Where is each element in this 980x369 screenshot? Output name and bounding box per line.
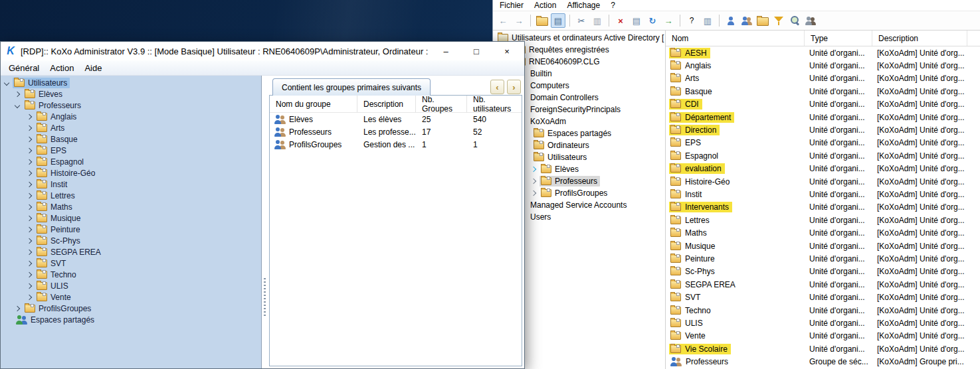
koxo-table-column-header[interactable]: Nom du groupe (270, 96, 357, 112)
expand-chevron-icon[interactable] (15, 305, 20, 311)
expand-chevron-icon[interactable] (15, 102, 20, 108)
back-icon[interactable]: ← (496, 13, 510, 28)
ad-list-row[interactable]: Techno Unité d'organi... [KoXoAdm] Unité… (666, 304, 980, 317)
filter-icon[interactable] (771, 13, 786, 28)
koxo-tree-item-profilsgroupes[interactable]: ProfilsGroupes (1, 303, 261, 314)
koxo-tree-item-basque[interactable]: Basque (1, 133, 261, 145)
expand-chevron-icon[interactable] (27, 170, 32, 175)
new-ou-icon[interactable] (755, 13, 770, 28)
expand-chevron-icon[interactable] (27, 294, 32, 299)
ad-list-column-header[interactable]: Nom (666, 31, 805, 46)
tab-groupes-primaires[interactable]: Contient les groupes primaires suivants (272, 78, 431, 96)
tab-prev-button[interactable]: ‹ (490, 80, 504, 94)
koxo-tree-item-vente[interactable]: Vente (1, 291, 261, 303)
console-window-icon[interactable]: ▥ (700, 13, 715, 28)
ad-list-row[interactable]: Intervenants Unité d'organi... [KoXoAdm]… (666, 201, 980, 214)
ad-list-row[interactable]: Lettres Unité d'organi... [KoXoAdm] Unit… (666, 214, 980, 226)
expand-chevron-icon[interactable] (15, 91, 20, 96)
koxo-tree-item-musique[interactable]: Musique (1, 212, 261, 224)
ad-list-row[interactable]: Sc-Phys Unité d'organi... [KoXoAdm] Unit… (666, 265, 980, 278)
koxo-tree-item-ulis[interactable]: ULIS (1, 280, 261, 291)
close-button[interactable]: × (494, 46, 520, 56)
koxo-table-row[interactable]: Professeurs Les professe... 17 52 (270, 125, 522, 138)
koxo-tree-item-peinture[interactable]: Peinture (1, 224, 261, 235)
expand-chevron-icon[interactable] (27, 147, 32, 153)
up-one-level-icon[interactable] (535, 13, 549, 28)
koxo-menu-item[interactable]: Général (3, 63, 45, 73)
koxo-tree-item-histoire-geo[interactable]: Histoire-Géo (1, 167, 261, 179)
koxo-tree-item-maths[interactable]: Maths (1, 201, 261, 212)
properties-icon[interactable]: ▤ (629, 13, 644, 28)
expand-chevron-icon[interactable] (27, 204, 32, 209)
ad-list-row[interactable]: Musique Unité d'organi... [KoXoAdm] Unit… (666, 240, 980, 252)
ad-list-row[interactable]: evaluation Unité d'organi... [KoXoAdm] U… (666, 163, 980, 175)
ad-list-row[interactable]: Histoire-Géo Unité d'organi... [KoXoAdm]… (666, 175, 980, 188)
koxo-table-column-header[interactable]: Nb. Groupes (416, 96, 467, 112)
expand-chevron-icon[interactable] (27, 238, 32, 243)
paste-icon[interactable]: ▥ (590, 13, 605, 28)
koxo-tree-item-segpa-erea[interactable]: SEGPA EREA (1, 246, 261, 258)
help-icon[interactable]: ? (684, 13, 699, 28)
expand-chevron-icon[interactable] (27, 113, 32, 119)
expand-chevron-icon[interactable] (27, 271, 32, 277)
koxo-tree-item-lettres[interactable]: Lettres (1, 190, 261, 201)
toolbar-separator[interactable] (719, 15, 720, 27)
koxo-tree-item-professeurs[interactable]: Professeurs (1, 100, 261, 111)
find-icon[interactable] (787, 13, 802, 28)
ad-menu-item[interactable]: ? (605, 1, 621, 10)
tab-next-button[interactable]: › (507, 80, 521, 94)
toolbar-separator[interactable] (530, 15, 531, 27)
koxo-tree-item-svt[interactable]: SVT (1, 258, 261, 269)
ad-list-column-header[interactable]: Type (805, 31, 872, 46)
ad-list-row[interactable]: Maths Unité d'organi... [KoXoAdm] Unité … (666, 226, 980, 239)
expand-chevron-icon[interactable] (27, 249, 32, 254)
ad-list-row[interactable]: Département Unité d'organi... [KoXoAdm] … (666, 111, 980, 123)
ad-list-row[interactable]: SVT Unité d'organi... [KoXoAdm] Unité d'… (666, 291, 980, 303)
ad-menu-item[interactable]: Affichage (561, 1, 605, 10)
maximize-button[interactable]: □ (463, 46, 490, 56)
ad-list-row[interactable]: Anglais Unité d'organi... [KoXoAdm] Unit… (666, 59, 980, 72)
toolbar-separator[interactable] (569, 15, 570, 27)
koxo-tree-item-espaces-partages[interactable]: Espaces partagés (1, 314, 261, 325)
expand-chevron-icon[interactable] (27, 181, 32, 186)
koxo-tree-item-anglais[interactable]: Anglais (1, 111, 261, 122)
expand-chevron-icon[interactable] (27, 283, 32, 288)
ad-list-row[interactable]: Direction Unité d'organi... [KoXoAdm] Un… (666, 123, 980, 136)
koxo-tree-item-instit[interactable]: Instit (1, 179, 261, 190)
expand-chevron-icon[interactable] (531, 179, 536, 184)
koxo-table-row[interactable]: Elèves Les élèves 25 540 (270, 113, 522, 125)
ad-list-row[interactable]: SEGPA EREA Unité d'organi... [KoXoAdm] U… (666, 278, 980, 291)
special-people-icon[interactable] (803, 13, 818, 28)
minimize-button[interactable]: – (433, 46, 459, 56)
ad-list-row[interactable]: EPS Unité d'organi... [KoXoAdm] Unité d'… (666, 137, 980, 149)
ad-list-row[interactable]: Basque Unité d'organi... [KoXoAdm] Unité… (666, 85, 980, 98)
ad-list-row[interactable]: Espagnol Unité d'organi... [KoXoAdm] Uni… (666, 149, 980, 162)
ad-list-column-header[interactable]: Description (872, 31, 967, 46)
ad-list-row[interactable]: Vie Scolaire Unité d'organi... [KoXoAdm]… (666, 342, 980, 355)
koxo-tree-item-espagnol[interactable]: Espagnol (1, 156, 261, 167)
new-user-icon[interactable] (724, 13, 738, 28)
ad-menu-item[interactable]: Action (529, 1, 561, 10)
ad-list-row[interactable]: Peinture Unité d'organi... [KoXoAdm] Uni… (666, 252, 980, 265)
ad-list-row[interactable]: ULIS Unité d'organi... [KoXoAdm] Unité d… (666, 317, 980, 329)
expand-chevron-icon[interactable] (27, 136, 32, 141)
ad-list-row[interactable]: Instit Unité d'organi... [KoXoAdm] Unité… (666, 188, 980, 200)
expand-chevron-icon[interactable] (531, 167, 536, 172)
koxo-table-column-header[interactable]: Nb. utilisateurs (467, 96, 522, 112)
expand-chevron-icon[interactable] (27, 260, 32, 265)
koxo-menu-item[interactable]: Aide (79, 63, 107, 73)
expand-chevron-icon[interactable] (531, 190, 536, 196)
add-to-group-icon[interactable] (739, 13, 754, 28)
koxo-tree-item-eleves[interactable]: Elèves (1, 88, 261, 100)
expand-chevron-icon[interactable] (27, 125, 32, 130)
koxo-tree-item-arts[interactable]: Arts (1, 122, 261, 133)
koxo-table-row[interactable]: ProfilsGroupes Gestion des ... 1 1 (270, 138, 522, 151)
ad-list-row[interactable]: CDI Unité d'organi... [KoXoAdm] Unité d'… (666, 98, 980, 111)
expand-chevron-icon[interactable] (4, 80, 9, 85)
delete-icon[interactable]: × (613, 13, 628, 28)
show-console-tree-icon[interactable]: ▤ (551, 13, 565, 28)
koxo-tree-item-utilisateurs[interactable]: Utilisateurs (1, 77, 261, 88)
ad-list-row[interactable]: Vente Unité d'organi... [KoXoAdm] Unité … (666, 330, 980, 342)
toolbar-separator[interactable] (680, 15, 680, 27)
refresh-icon[interactable]: ↻ (645, 13, 660, 28)
